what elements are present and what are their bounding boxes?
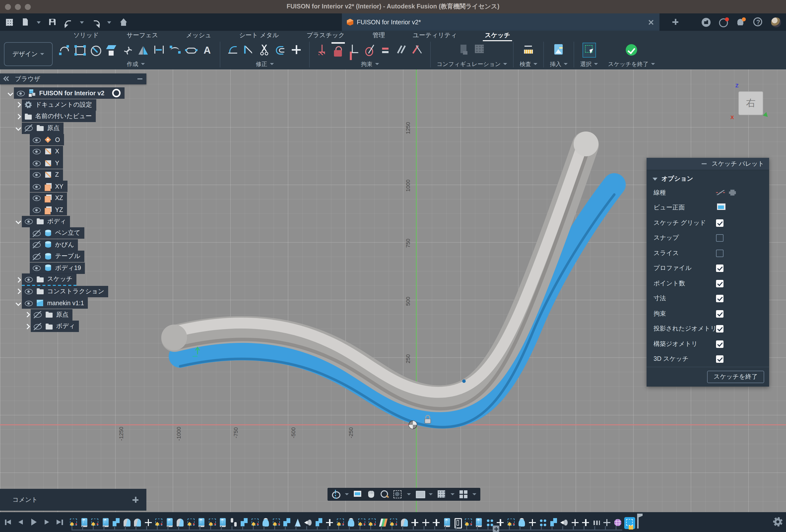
finish-sketch-icon[interactable] [625,43,638,57]
tab-utilities[interactable]: ユーティリティ [399,31,471,40]
palette-row-control[interactable] [716,355,723,363]
add-comment-icon[interactable] [132,496,139,504]
constraints-menu[interactable]: 拘束 [361,60,379,68]
comment-bar[interactable]: コメント [0,489,146,511]
timeline-step-back-button[interactable] [17,518,25,526]
expander-icon[interactable] [24,323,31,330]
parallel-constraint-icon[interactable] [395,43,408,57]
palette-row-control[interactable] [716,341,723,348]
trim-tool-icon[interactable] [258,43,272,57]
new-tab-button[interactable] [671,18,679,26]
palette-row-control[interactable] [716,234,723,242]
tree-item-origin-point[interactable]: O [0,134,146,145]
palette-options-section[interactable]: オプション [647,170,769,185]
tangent-constraint-icon[interactable] [363,43,377,57]
visibility-eye-icon[interactable] [33,323,42,330]
timeline-playhead[interactable] [635,514,643,529]
browser-header[interactable]: ブラウザ [0,73,146,84]
extensions-icon[interactable] [702,18,711,27]
save-icon[interactable] [48,18,57,27]
redo-caret-icon[interactable] [107,18,112,27]
tree-item-manekin-origin[interactable]: 原点 [0,309,146,320]
view-cube[interactable]: 右 [738,91,763,115]
visibility-eye-icon[interactable] [32,183,41,190]
visibility-eye-icon[interactable] [32,171,41,178]
inspect-menu[interactable]: 検査 [519,60,537,68]
tree-item-axis-z[interactable]: Z [0,169,146,180]
visibility-eye-icon[interactable] [32,253,41,260]
palette-row-control[interactable] [716,188,739,197]
viewports-caret-icon[interactable] [472,490,476,499]
tree-item-manekin-bodies[interactable]: ボディ [0,321,146,332]
tree-item-body-19[interactable]: ボディ19 [0,262,146,274]
control-point-spline-tool-icon[interactable] [169,43,182,57]
pan-icon[interactable] [367,490,376,499]
tab-mesh[interactable]: メッシュ [172,31,225,40]
palette-row-control[interactable] [716,310,723,318]
tab-sketch[interactable]: スケッチ [471,31,524,40]
palette-row-control[interactable] [716,325,723,333]
tree-item-root[interactable]: FUISON for Interior v2 [0,87,146,99]
finish-sketch-button[interactable]: スケッチを終了 [608,60,655,68]
tree-item-construction-folder[interactable]: コンストラクション [0,285,146,297]
lock-constraint-icon[interactable] [331,42,345,58]
timeline-skip-end-button[interactable] [55,518,64,526]
expander-icon[interactable] [15,276,22,283]
look-at-icon[interactable] [353,490,362,499]
window-controls[interactable] [5,4,31,10]
timeline-settings-gear-icon[interactable] [773,517,783,527]
tree-item-body-table[interactable]: テーブル [0,251,146,262]
visibility-eye-icon[interactable] [24,276,33,283]
visibility-eye-icon[interactable] [32,136,41,143]
select-tool-icon[interactable] [582,43,596,57]
expander-icon[interactable] [15,218,22,225]
visibility-eye-icon[interactable] [32,194,41,202]
expander-icon[interactable] [7,90,14,96]
configuration-menu[interactable]: コンフィギュレーション [437,60,507,68]
activate-component-radio[interactable] [112,89,121,97]
symmetry-constraint-icon[interactable] [411,43,424,57]
offset-tool-icon[interactable] [274,43,287,57]
move-tool-icon[interactable] [290,43,303,57]
tree-item-plane-yz[interactable]: YZ [0,204,146,215]
fillet-tool-icon[interactable] [226,43,240,57]
tree-item-plane-xy[interactable]: XY [0,181,146,192]
palette-row-control[interactable] [716,250,723,257]
tab-sheet-metal[interactable]: シート メタル [225,31,293,40]
mirror-tool-icon[interactable] [137,43,151,57]
expander-icon[interactable] [15,288,22,295]
minimize-palette-icon[interactable] [702,163,707,164]
create-menu[interactable]: 作成 [127,60,145,68]
home-icon[interactable] [119,18,128,27]
dimension-tool-icon[interactable] [153,43,166,57]
palette-row-control[interactable] [716,219,723,227]
rectangle-tool-icon[interactable] [73,43,87,57]
tree-item-sketches-folder[interactable]: スケッチ [0,274,146,285]
tree-item-body-vase[interactable]: かびん [0,239,146,250]
tree-item-document-settings[interactable]: ドキュメントの設定 [0,99,146,110]
equal-constraint-icon[interactable] [379,43,393,57]
file-menu-icon[interactable] [21,18,30,27]
visibility-eye-icon[interactable] [32,264,41,272]
visibility-eye-icon[interactable] [32,206,41,213]
grid-settings-caret-icon[interactable] [450,490,455,499]
zoom-window-caret-icon[interactable] [407,490,411,499]
configuration-table-icon[interactable] [473,43,487,57]
tree-item-bodies-folder[interactable]: ボディ [0,216,146,227]
modify-menu[interactable]: 修正 [256,60,274,68]
finish-sketch-button-palette[interactable]: スケッチを終了 [707,371,764,383]
timeline-skip-start-button[interactable] [4,518,12,526]
grid-settings-icon[interactable] [437,490,446,499]
visibility-eye-icon[interactable] [33,311,42,318]
insert-image-icon[interactable] [552,43,565,57]
visibility-eye-icon[interactable] [24,288,33,295]
chamfer-tool-icon[interactable] [242,43,256,57]
visibility-eye-icon[interactable] [32,230,41,236]
insert-menu[interactable]: 挿入 [550,60,568,68]
visibility-eye-icon[interactable] [24,218,33,225]
timeline-track[interactable] [71,526,622,531]
orbit-icon[interactable] [331,490,340,499]
palette-row-control[interactable] [716,265,723,272]
tree-item-origin-folder[interactable]: 原点 [0,122,146,134]
measure-icon[interactable] [522,43,535,57]
